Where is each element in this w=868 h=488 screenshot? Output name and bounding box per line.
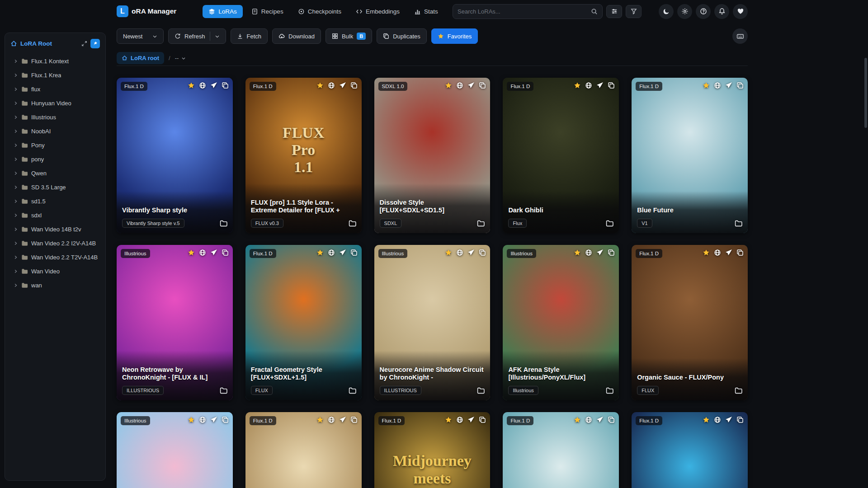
send-icon[interactable] <box>596 416 604 423</box>
civitai-globe-icon[interactable] <box>585 416 592 423</box>
lora-card[interactable]: Illustrious Neurocore Anime Shadow Circu… <box>374 245 491 400</box>
lora-card[interactable]: Flux.1 D Organic Sauce - FLUX/Pony FLUX <box>632 245 748 400</box>
chevron-right-icon[interactable] <box>13 199 18 204</box>
favorite-star-icon[interactable] <box>574 82 581 89</box>
favorite-star-icon[interactable] <box>188 416 195 423</box>
breadcrumb-current[interactable]: -- <box>175 55 186 61</box>
civitai-globe-icon[interactable] <box>714 416 721 423</box>
favorite-star-icon[interactable] <box>703 416 710 423</box>
chevron-right-icon[interactable] <box>13 213 18 218</box>
keyboard-shortcuts-button[interactable] <box>732 28 748 44</box>
send-icon[interactable] <box>339 249 346 256</box>
sidebar-folder-illustrious[interactable]: Illustrious <box>9 110 101 124</box>
copy-icon[interactable] <box>479 82 486 89</box>
chevron-right-icon[interactable] <box>13 227 18 232</box>
open-folder-button[interactable] <box>606 220 613 227</box>
favorite-star-icon[interactable] <box>445 82 452 89</box>
favorite-star-icon[interactable] <box>188 82 195 89</box>
sidebar-folder-sdxl[interactable]: sdxl <box>9 208 101 222</box>
favorite-star-icon[interactable] <box>316 416 324 423</box>
civitai-globe-icon[interactable] <box>199 249 206 256</box>
breadcrumb-root[interactable]: LoRA root <box>117 52 164 64</box>
settings-button[interactable] <box>677 4 692 19</box>
sidebar-folder-wan-video-2-2-i2v-a14b[interactable]: Wan Video 2.2 I2V-A14B <box>9 236 101 250</box>
civitai-globe-icon[interactable] <box>714 82 721 89</box>
lora-card[interactable]: Flux.1 D <box>632 412 748 488</box>
copy-icon[interactable] <box>608 416 615 423</box>
send-icon[interactable] <box>339 82 346 89</box>
nav-tab-checkpoints[interactable]: Checkpoints <box>292 5 347 18</box>
fetch-button[interactable]: Fetch <box>231 28 268 44</box>
copy-icon[interactable] <box>736 249 744 256</box>
refresh-button[interactable]: Refresh <box>168 28 226 44</box>
chevron-right-icon[interactable] <box>13 87 18 92</box>
lora-card[interactable]: Flux.1 D <box>245 412 362 488</box>
sidebar-root-label[interactable]: LoRA Root <box>20 40 78 47</box>
chevron-right-icon[interactable] <box>13 129 18 134</box>
sidebar-folder-sd1-5[interactable]: sd1.5 <box>9 194 101 208</box>
sidebar-folder-noobai[interactable]: NoobAI <box>9 124 101 138</box>
bulk-button[interactable]: Bulk B <box>326 28 372 44</box>
open-folder-button[interactable] <box>477 387 485 394</box>
civitai-globe-icon[interactable] <box>199 82 206 89</box>
open-folder-button[interactable] <box>606 387 613 394</box>
send-icon[interactable] <box>210 249 217 256</box>
sidebar-folder-wan-video[interactable]: Wan Video <box>9 264 101 278</box>
chevron-right-icon[interactable] <box>13 59 18 64</box>
open-folder-button[interactable] <box>349 387 356 394</box>
chevron-right-icon[interactable] <box>13 115 18 120</box>
civitai-globe-icon[interactable] <box>199 416 206 423</box>
open-folder-button[interactable] <box>735 387 742 394</box>
sidebar-folder-hunyuan-video[interactable]: Hunyuan Video <box>9 96 101 110</box>
nav-tab-loras[interactable]: LoRAs <box>203 5 243 18</box>
sidebar-folder-flux-1-krea[interactable]: Flux.1 Krea <box>9 68 101 82</box>
copy-icon[interactable] <box>736 416 744 423</box>
civitai-globe-icon[interactable] <box>328 82 335 89</box>
copy-icon[interactable] <box>222 249 229 256</box>
favorite-star-icon[interactable] <box>445 249 452 256</box>
sort-select[interactable]: Newest <box>117 28 164 44</box>
copy-icon[interactable] <box>222 416 229 423</box>
lora-card[interactable]: Illustrious Neon Retrowave by ChronoKnig… <box>117 245 233 400</box>
lora-card[interactable]: Flux.1 D Vibrantly Sharp style Vibrantly… <box>117 78 233 233</box>
send-icon[interactable] <box>467 82 475 89</box>
lora-card[interactable]: Flux.1 D <box>503 412 619 488</box>
lora-card[interactable]: FLUXPro1.1 Flux.1 D FLUX [pro] 1.1 Style… <box>245 78 362 233</box>
send-icon[interactable] <box>339 416 346 423</box>
send-icon[interactable] <box>725 416 732 423</box>
sidebar-folder-sd-3-5-large[interactable]: SD 3.5 Large <box>9 180 101 194</box>
chevron-right-icon[interactable] <box>13 73 18 78</box>
sidebar-folder-flux-1-kontext[interactable]: Flux.1 Kontext <box>9 54 101 68</box>
sidebar-folder-pony[interactable]: pony <box>9 152 101 166</box>
filter-funnel-button[interactable] <box>626 5 642 18</box>
sidebar-folder-qwen[interactable]: Qwen <box>9 166 101 180</box>
chevron-right-icon[interactable] <box>13 171 18 176</box>
search-box[interactable] <box>453 4 603 19</box>
civitai-globe-icon[interactable] <box>585 249 592 256</box>
copy-icon[interactable] <box>479 249 486 256</box>
chevron-right-icon[interactable] <box>13 255 18 260</box>
pin-sidebar-button[interactable] <box>90 39 100 48</box>
chevron-right-icon[interactable] <box>13 241 18 246</box>
notifications-button[interactable] <box>714 4 729 19</box>
chevron-right-icon[interactable] <box>13 269 18 274</box>
copy-icon[interactable] <box>350 82 358 89</box>
civitai-globe-icon[interactable] <box>328 416 335 423</box>
lora-card[interactable]: Illustrious <box>117 412 233 488</box>
civitai-globe-icon[interactable] <box>714 249 721 256</box>
favorite-star-icon[interactable] <box>188 249 195 256</box>
send-icon[interactable] <box>210 416 217 423</box>
copy-icon[interactable] <box>608 249 615 256</box>
open-folder-button[interactable] <box>477 220 485 227</box>
favorite-star-icon[interactable] <box>316 82 324 89</box>
open-folder-button[interactable] <box>735 220 742 227</box>
favorites-filter-button[interactable]: Favorites <box>431 28 478 44</box>
lora-card[interactable]: Flux.1 D Dark Ghibli Flux <box>503 78 619 233</box>
search-icon[interactable] <box>591 8 598 15</box>
page-scrollbar[interactable] <box>864 58 867 128</box>
sidebar-folder-wan-video-14b-t2v[interactable]: Wan Video 14B t2v <box>9 222 101 236</box>
expand-tree-button[interactable] <box>81 41 87 47</box>
open-folder-button[interactable] <box>349 220 356 227</box>
copy-icon[interactable] <box>608 82 615 89</box>
duplicates-button[interactable]: Duplicates <box>377 28 427 44</box>
